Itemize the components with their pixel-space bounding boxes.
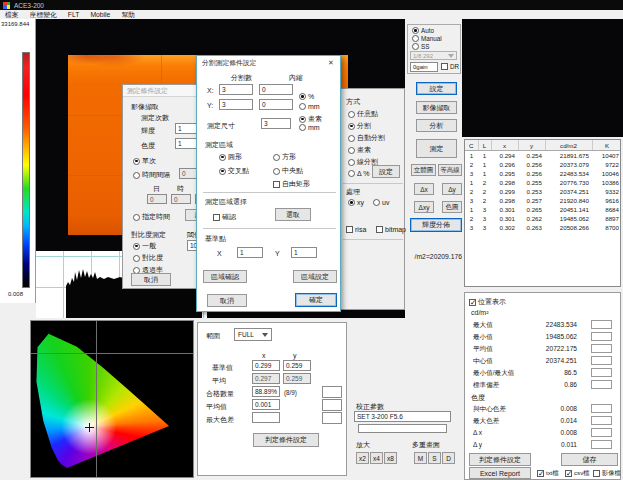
bitmap-checkbox[interactable]: bitmap bbox=[376, 226, 406, 233]
image-file-checkbox[interactable]: 影像檔 bbox=[593, 469, 621, 478]
method-set-button[interactable]: 設定 bbox=[372, 165, 400, 178]
area-set-button[interactable]: 區域設定 bbox=[293, 270, 337, 283]
menu-bar: 檔案 座標變化 FLT Mobile 幫助 bbox=[0, 10, 623, 19]
xy-radio[interactable]: xy bbox=[348, 199, 364, 206]
multiscreen-d-button[interactable]: D bbox=[442, 452, 455, 464]
capture-button[interactable]: 影像擷取 bbox=[416, 101, 457, 114]
pixel-radio[interactable]: 畫素 bbox=[348, 145, 371, 155]
menu-help[interactable]: 幫助 bbox=[121, 10, 135, 20]
mode-auto-radio[interactable]: Auto bbox=[412, 27, 434, 34]
csv-checkbox[interactable]: csv檔 bbox=[565, 469, 589, 478]
interval-radio[interactable]: 時間間隔 bbox=[133, 170, 170, 180]
gain-field[interactable]: 0gain bbox=[410, 62, 438, 72]
x-division-field[interactable]: 3 bbox=[219, 84, 253, 95]
luminance-distribution-button[interactable]: 輝度分佈 bbox=[410, 218, 462, 232]
calibration-set-field[interactable]: SET 3-200 F5.6 bbox=[354, 411, 451, 422]
multiscreen-s-button[interactable]: S bbox=[428, 452, 441, 464]
percent-radio[interactable]: % bbox=[299, 93, 314, 100]
divider bbox=[203, 228, 336, 229]
zoom-x8-button[interactable]: x8 bbox=[384, 452, 397, 464]
dialog-title-bar[interactable]: 分割測定條件設定 bbox=[197, 56, 340, 69]
shutter-dropdown[interactable]: 1/8 292 bbox=[410, 51, 457, 60]
multiscreen-m-button[interactable]: M bbox=[414, 452, 427, 464]
checkbox-icon bbox=[565, 470, 572, 477]
cross-point-radio[interactable]: 交叉點 bbox=[219, 166, 249, 176]
stat-max-colordiff: 最大色差0.014 bbox=[465, 416, 622, 426]
table-row[interactable]: 210.2960.25620373.0799722 bbox=[465, 160, 621, 169]
menu-flt[interactable]: FLT bbox=[68, 11, 80, 18]
square-radio[interactable]: 方形 bbox=[273, 152, 296, 162]
judge-condition-button[interactable]: 判定條件設定 bbox=[469, 453, 531, 466]
area-confirm-button[interactable]: 區域確認 bbox=[203, 270, 247, 283]
contrast-radio[interactable]: 對比度 bbox=[133, 253, 163, 263]
delta-percent-radio[interactable]: Δ % bbox=[348, 170, 369, 177]
auto-division-radio[interactable]: 自動分割 bbox=[348, 133, 385, 143]
judge-condition-button[interactable]: 判定條件設定 bbox=[253, 433, 319, 447]
range-dropdown[interactable]: FULL bbox=[234, 328, 272, 341]
setting-button[interactable]: 設定 bbox=[416, 82, 457, 95]
measure-button[interactable]: 測定 bbox=[416, 139, 457, 158]
excel-report-button[interactable]: Excel Report bbox=[469, 467, 531, 479]
pixel-unit-radio[interactable]: 畫素 bbox=[299, 114, 322, 124]
division-radio[interactable]: 分割 bbox=[348, 121, 371, 131]
table-row[interactable]: 130.3010.26520451.1418684 bbox=[465, 205, 621, 214]
radio-icon bbox=[133, 255, 140, 262]
table-row[interactable]: 110.2940.25421891.67510407 bbox=[465, 151, 621, 161]
free-rect-checkbox[interactable]: 自由矩形 bbox=[273, 179, 310, 189]
delta-xy-button[interactable]: Δxy bbox=[414, 201, 434, 213]
menu-file[interactable]: 檔案 bbox=[5, 10, 19, 20]
pick-button[interactable]: 選取 bbox=[275, 208, 311, 221]
arbitrary-points-radio[interactable]: 任意點 bbox=[348, 109, 378, 119]
contour-button[interactable]: 等高線 bbox=[438, 164, 462, 176]
single-shot-radio[interactable]: 單次 bbox=[133, 156, 156, 166]
base-y-field[interactable]: 1 bbox=[291, 247, 317, 258]
measurement-table[interactable]: CLx ycd/m2K 110.2940.25421891.67510407 2… bbox=[465, 140, 621, 232]
delta-x-button[interactable]: Δx bbox=[414, 183, 434, 195]
table-row[interactable]: 320.2980.25721920.8409616 bbox=[465, 196, 621, 205]
zoom-x2-button[interactable]: x2 bbox=[356, 452, 369, 464]
center-point-radio[interactable]: 中央點 bbox=[273, 166, 303, 176]
radio-icon bbox=[219, 154, 226, 161]
analyze-button[interactable]: 分析 bbox=[416, 119, 457, 132]
delta-y-button[interactable]: Δy bbox=[442, 183, 462, 195]
menu-mobile[interactable]: Mobile bbox=[90, 11, 110, 18]
cancel-button[interactable]: 取消 bbox=[207, 294, 247, 307]
risa-checkbox[interactable]: risa bbox=[346, 226, 366, 233]
circle-radio[interactable]: 圓形 bbox=[219, 152, 242, 162]
position-display-checkbox[interactable]: 位置表示 bbox=[469, 297, 506, 307]
normal-radio[interactable]: 一般 bbox=[133, 241, 156, 251]
dialog-title: 測定條件設定 bbox=[127, 86, 168, 96]
cie-chromaticity-panel[interactable] bbox=[30, 320, 194, 478]
table-row[interactable]: 120.2980.25520776.73010386 bbox=[465, 178, 621, 187]
mm-radio[interactable]: mm bbox=[299, 103, 320, 110]
y-division-field[interactable]: 3 bbox=[219, 99, 253, 110]
ok-button[interactable]: 確定 bbox=[295, 293, 337, 307]
base-x-field[interactable]: 1 bbox=[237, 247, 263, 258]
table-row[interactable]: 330.3020.26320508.2668700 bbox=[465, 223, 621, 232]
zoom-x4-button[interactable]: x4 bbox=[370, 452, 383, 464]
close-icon[interactable]: ✕ bbox=[322, 56, 340, 69]
specified-time-radio[interactable]: 指定時間 bbox=[133, 212, 170, 222]
save-button[interactable]: 儲存 bbox=[561, 453, 618, 466]
shutter-value: 1/8 292 bbox=[413, 53, 433, 59]
mode-manual-radio[interactable]: Manual bbox=[412, 35, 442, 42]
colormap-button[interactable]: 色圖 bbox=[442, 201, 462, 213]
ref-x-field[interactable]: 0.299 bbox=[252, 360, 280, 371]
table-row[interactable]: 230.3010.26219485.0628897 bbox=[465, 214, 621, 223]
graph3d-button[interactable]: 立體圖 bbox=[411, 164, 436, 176]
ref-y-field[interactable]: 0.259 bbox=[283, 360, 311, 371]
uv-radio[interactable]: uv bbox=[373, 199, 389, 206]
table-row[interactable]: 220.2990.25320374.2519332 bbox=[465, 187, 621, 196]
y-inset-field[interactable]: 0 bbox=[259, 99, 293, 110]
txt-checkbox[interactable]: txt檔 bbox=[537, 469, 559, 478]
dr-checkbox[interactable]: DR bbox=[441, 63, 459, 70]
x-inset-field[interactable]: 0 bbox=[259, 84, 293, 95]
menu-coord-transform[interactable]: 座標變化 bbox=[30, 10, 57, 20]
cancel-button[interactable]: 取消 bbox=[131, 273, 171, 286]
mode-ss-radio[interactable]: SS bbox=[412, 43, 429, 50]
mm-unit-radio[interactable]: mm bbox=[299, 124, 320, 131]
measure-size-field[interactable]: 3 bbox=[261, 118, 291, 129]
table-row[interactable]: 310.2950.25622483.53410046 bbox=[465, 169, 621, 178]
calibration-extra-field[interactable] bbox=[358, 424, 447, 433]
confirm-checkbox[interactable]: 確認 bbox=[213, 212, 236, 222]
